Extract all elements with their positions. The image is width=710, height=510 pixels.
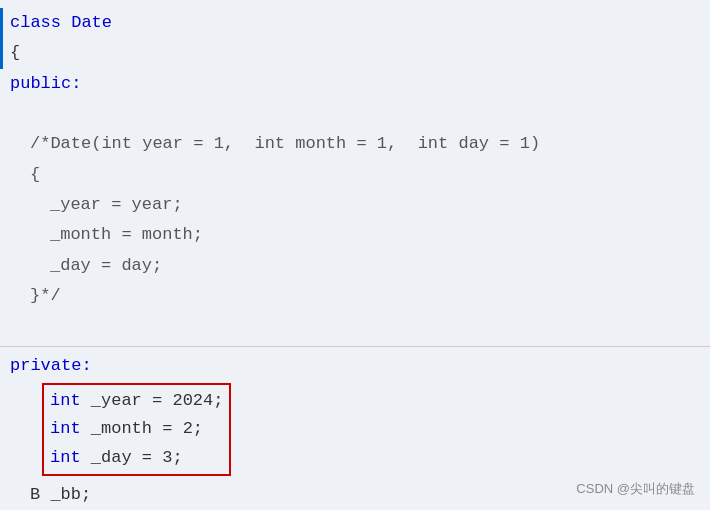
line-int-day: int _day = 3; (50, 444, 223, 472)
line-year-assign: _year = year; (0, 190, 710, 220)
code-editor: class Date { public: /*Date(int year = 1… (0, 0, 710, 510)
watermark: CSDN @尖叫的键盘 (576, 480, 695, 498)
open-brace: { (10, 40, 20, 66)
kw-int-year: int (50, 388, 81, 414)
separator (0, 346, 710, 347)
line-comment-fn: /*Date(int year = 1, int month = 1, int … (0, 129, 710, 159)
public-label: public: (10, 71, 81, 97)
day-assign: _day = day; (50, 253, 162, 279)
line-public: public: (0, 69, 710, 99)
line-int-month: int _month = 2; (50, 415, 223, 443)
line-comment-open: { (0, 160, 710, 190)
highlight-box: int _year = 2024; int _month = 2; int _d… (42, 383, 231, 476)
private-label: private: (10, 353, 92, 379)
comment-close: }*/ (30, 283, 61, 309)
line-class-declaration: class Date (0, 8, 710, 38)
line-comment-close: }*/ (0, 281, 710, 311)
kw-int-month: int (50, 416, 81, 442)
line-int-year: int _year = 2024; (50, 387, 223, 415)
kw-int-day: int (50, 445, 81, 471)
b-bb: B _bb; (30, 482, 91, 508)
highlight-section: int _year = 2024; int _month = 2; int _d… (0, 381, 710, 480)
keyword-class: class Date (10, 10, 112, 36)
line-blank2 (0, 311, 710, 341)
var-year: _year = 2024; (81, 388, 224, 414)
line-blank1 (0, 99, 710, 129)
line-day-assign: _day = day; (0, 251, 710, 281)
line-open-brace: { (0, 38, 710, 68)
line-month-assign: _month = month; (0, 220, 710, 250)
line-private: private: (0, 351, 710, 381)
month-assign: _month = month; (50, 222, 203, 248)
year-assign: _year = year; (50, 192, 183, 218)
var-month: _month = 2; (81, 416, 203, 442)
comment-open: { (30, 162, 40, 188)
var-day: _day = 3; (81, 445, 183, 471)
comment-function: /*Date(int year = 1, int month = 1, int … (30, 131, 540, 157)
